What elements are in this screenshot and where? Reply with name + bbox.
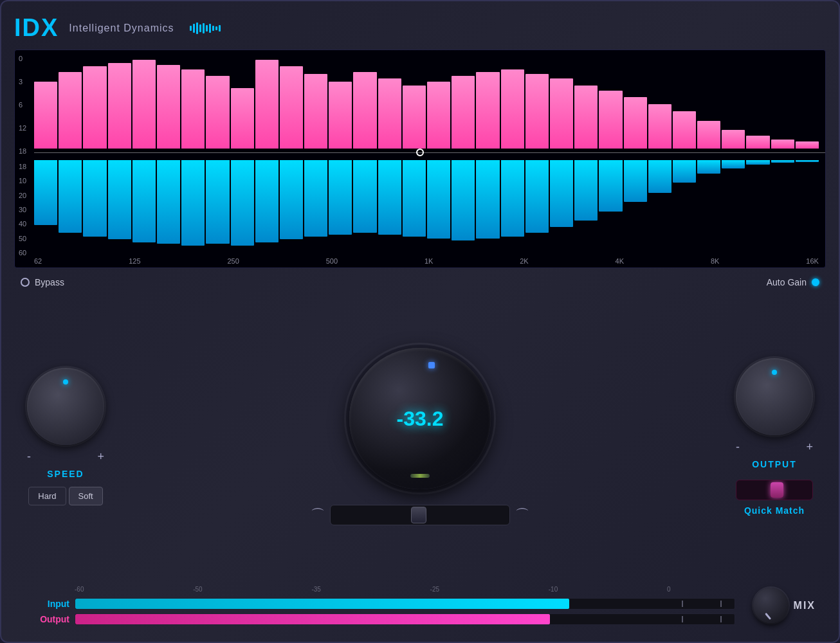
spectrum-bar-bottom — [34, 160, 57, 226]
auto-gain-indicator[interactable] — [812, 278, 819, 286]
meter-scale-row: -60 -50 -35 -25 -10 0 — [75, 586, 671, 594]
mode-buttons: Hard Soft — [28, 487, 102, 505]
scale-label: -50 — [193, 586, 202, 593]
spectrum-bar-bottom — [648, 160, 671, 193]
threshold-dot[interactable] — [416, 149, 424, 156]
spectrum-bar — [403, 86, 426, 149]
spectrum-bar — [452, 76, 475, 149]
pan-slider-track[interactable] — [330, 505, 510, 525]
y-label: 10 — [19, 177, 26, 185]
output-section: - + OUTPUT — [736, 358, 813, 469]
spectrum-bar — [304, 74, 327, 149]
quick-match-thumb[interactable] — [771, 482, 783, 498]
header-waveform — [190, 23, 221, 34]
spectrum-bar — [697, 121, 720, 149]
spectrum-bar — [796, 141, 819, 149]
spectrum-bar-bottom — [722, 160, 745, 168]
bypass-label: Bypass — [35, 277, 64, 287]
output-meter-label: Output — [24, 614, 69, 624]
y-label: 20 — [19, 192, 26, 199]
spectrum-bar — [280, 66, 303, 149]
knobs-area: - + SPEED Hard Soft -33.2 ⌒ ⌒ — [14, 296, 826, 577]
spectrum-bar — [599, 91, 622, 149]
y-label: 18 — [19, 148, 26, 155]
y-label: 0 — [19, 55, 26, 62]
waveform-bar — [193, 24, 195, 33]
plugin-container: IDX Intelligent Dynamics 0 3 6 12 18 — [0, 0, 840, 643]
threshold-line — [34, 152, 825, 153]
speed-plus[interactable]: + — [97, 450, 104, 464]
speed-knob[interactable] — [27, 368, 104, 445]
waveform-bar — [196, 23, 198, 34]
spectrum-bar — [624, 97, 647, 149]
spectrum-bar — [722, 130, 745, 149]
waveform-bar — [219, 25, 221, 32]
spectrum-bar-bottom — [83, 160, 106, 237]
quick-match-slider[interactable] — [736, 480, 813, 500]
output-minus[interactable]: - — [736, 440, 740, 454]
right-section: - + OUTPUT Quick Match — [736, 358, 813, 516]
y-label: 40 — [19, 221, 26, 228]
waveform-bar — [190, 26, 192, 31]
spectrum-bar-bottom — [181, 160, 205, 246]
output-knob[interactable] — [736, 358, 813, 435]
spectrum-bar — [574, 86, 598, 149]
spectrum-bar-bottom — [378, 160, 401, 235]
waveform-bar — [212, 26, 214, 31]
spectrum-bar — [157, 65, 180, 149]
spectrum-bar — [476, 72, 499, 149]
spectrum-bar-bottom — [452, 160, 475, 240]
spectrum-bar — [132, 60, 156, 149]
waveform-bar — [215, 26, 217, 30]
freq-label: 8K — [711, 257, 719, 265]
quick-match-label: Quick Match — [744, 505, 805, 516]
mix-label: MIX — [794, 600, 816, 611]
spectrum-bar — [427, 82, 450, 149]
spectrum-bar — [648, 104, 671, 149]
meter-tick — [720, 616, 722, 622]
soft-button[interactable]: Soft — [69, 487, 103, 505]
output-plusminus: - + — [736, 440, 813, 454]
bypass-toggle[interactable] — [21, 278, 30, 287]
output-plus[interactable]: + — [806, 440, 813, 454]
y-label: 6 — [19, 102, 26, 109]
spectrum-bar — [673, 111, 696, 149]
spectrum-bar — [771, 140, 794, 149]
meters-section: -60 -50 -35 -25 -10 0 Input Output — [14, 582, 826, 629]
spectrum-bar — [108, 63, 131, 149]
controls-row: Bypass Auto Gain — [14, 273, 826, 291]
spectrum-bar — [181, 69, 205, 149]
output-label: OUTPUT — [752, 459, 797, 469]
spectrum-bars-top — [34, 55, 819, 149]
main-knob[interactable]: -33.2 — [349, 348, 491, 489]
spectrum-bar — [378, 78, 401, 149]
output-meter-row: Output — [24, 613, 735, 625]
spectrum-bar-bottom — [624, 160, 647, 202]
curve-left-icon: ⌒ — [311, 505, 325, 525]
spectrum-bar-bottom — [673, 160, 696, 183]
hard-button[interactable]: Hard — [28, 487, 66, 505]
spectrum-bar-bottom — [59, 160, 82, 233]
spectrum-bar — [206, 76, 229, 149]
input-meter-fill — [75, 599, 569, 609]
spectrum-bar-bottom — [403, 160, 426, 237]
waveform-bar — [209, 24, 211, 33]
spectrum-bar-bottom — [550, 160, 573, 228]
spectrum-analyzer: 0 3 6 12 18 18 10 20 30 40 50 60 — [14, 50, 826, 268]
spectrum-freq-labels: 62 125 250 500 1K 2K 4K 8K 16K — [34, 257, 819, 265]
spectrum-bar-bottom — [157, 160, 180, 244]
y-label: 18 — [19, 163, 26, 170]
pan-slider-thumb[interactable] — [411, 507, 426, 523]
mix-knob[interactable] — [753, 588, 789, 623]
spectrum-bar — [255, 60, 278, 149]
center-section: -33.2 ⌒ ⌒ — [311, 348, 529, 525]
freq-label: 1K — [425, 257, 433, 265]
spectrum-y-labels-top: 0 3 6 12 18 — [19, 55, 26, 155]
spectrum-bar-bottom — [132, 160, 156, 242]
spectrum-bar-bottom — [427, 160, 450, 239]
spectrum-bar-bottom — [231, 160, 254, 246]
freq-label: 2K — [520, 257, 528, 265]
auto-gain-label: Auto Gain — [767, 277, 807, 287]
waveform-bar — [199, 24, 201, 32]
speed-minus[interactable]: - — [27, 450, 31, 464]
